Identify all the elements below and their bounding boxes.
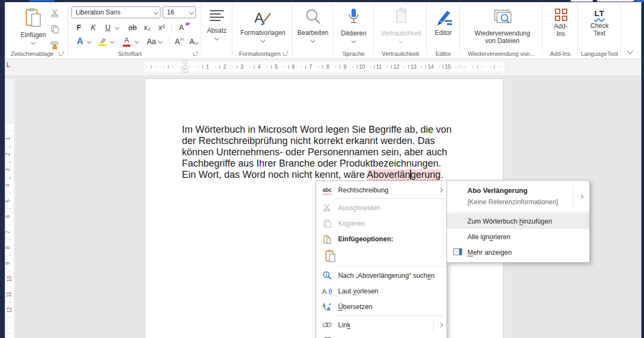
menu-item-translate[interactable]: äa Übersetzen xyxy=(316,299,447,314)
copy-button[interactable] xyxy=(50,25,60,36)
ruler-number: 12 xyxy=(392,63,400,70)
collapse-ribbon-button[interactable] xyxy=(624,47,636,55)
clipboard-paste-icon xyxy=(25,7,41,30)
menu-item-spelling[interactable]: abc Rechtschreibung xyxy=(316,183,447,197)
font-color-button[interactable]: A xyxy=(122,37,131,47)
menu-item-copy: Kopieren xyxy=(316,215,447,231)
ruler-number: 4 xyxy=(257,63,262,70)
line5-suffix: . xyxy=(441,169,443,180)
font-size-value: 16 xyxy=(167,9,174,16)
submenu-arrow-icon[interactable] xyxy=(573,185,589,208)
addins-button[interactable]: Add-Ins xyxy=(545,9,576,38)
link-icon xyxy=(321,321,333,328)
clipboard-icon xyxy=(321,234,333,244)
editor-button[interactable]: Editor xyxy=(428,8,458,37)
paste-button[interactable]: Einfügen xyxy=(16,7,50,44)
suggestion-item[interactable]: Abo Verlängerung [Keine Referenzinformat… xyxy=(447,183,589,211)
languagetool-lt-icon: LT xyxy=(594,9,604,18)
clipboard-group-label: Zwischenablage xyxy=(4,51,60,57)
menu-item-label: Laut vorlesen xyxy=(338,287,378,295)
subscript-button[interactable]: x₂ xyxy=(142,21,152,33)
addins-button-label: Add-Ins xyxy=(552,23,570,38)
italic-button[interactable]: K xyxy=(89,21,98,33)
menu-item-label: Ausschneiden xyxy=(338,204,380,212)
menu-item-label: Kopieren xyxy=(338,220,365,227)
right-indent-marker[interactable] xyxy=(457,64,463,69)
menu-item-label: Mehr anzeigen xyxy=(467,249,512,256)
tab-selector[interactable]: L xyxy=(6,61,10,69)
cut-button[interactable] xyxy=(50,9,60,20)
editing-button-label: Bearbeiten xyxy=(297,29,328,37)
change-case-button[interactable]: Aa xyxy=(147,35,156,47)
clipboard-dialog-launcher-icon[interactable] xyxy=(59,51,64,56)
vertical-ruler-band: 123456789101112 xyxy=(5,123,14,338)
editor-pen-icon xyxy=(434,8,453,27)
grow-font-button[interactable]: A xyxy=(174,35,184,47)
sensitivity-button-label: Vertraulichkeit xyxy=(380,30,421,37)
titlebar-button xyxy=(570,0,593,2)
ruler-number: 4 xyxy=(5,184,11,187)
titlebar-button xyxy=(597,0,634,2)
line5-prefix: Ein Wort, das Word noch nicht kennt, wär… xyxy=(182,169,367,180)
document-line: Ein Wort, das Word noch nicht kennt, wär… xyxy=(182,169,452,181)
dictate-button[interactable]: Diktieren xyxy=(336,8,371,42)
ruler-number: 11 xyxy=(6,292,12,297)
highlight-color-button[interactable] xyxy=(99,37,107,46)
ruler-number: 2 xyxy=(222,63,228,70)
document-line: Im Wörterbuch in Microsoft Word legen Si… xyxy=(182,124,452,135)
paragraph-button-label: Absatz xyxy=(207,27,227,34)
window-top-edge xyxy=(0,0,644,2)
paste-options-row xyxy=(316,247,447,265)
menu-item-add-to-dictionary[interactable]: Zum Wörterbuch hinzufügen xyxy=(447,213,589,229)
text-effects-button[interactable]: A xyxy=(75,35,85,47)
font-dialog-launcher-icon[interactable] xyxy=(193,51,199,56)
menu-item-label: Übersetzen xyxy=(338,303,372,311)
eraser-icon xyxy=(185,23,190,25)
font-name-combobox[interactable]: Liberation Sans xyxy=(71,6,160,18)
menu-item-read-aloud[interactable]: A Laut vorlesen xyxy=(316,283,447,299)
strikethrough-button[interactable]: ab xyxy=(128,21,137,33)
font-color-swatch xyxy=(123,45,130,47)
reuse-files-icon xyxy=(491,9,514,28)
paste-keep-source-button[interactable] xyxy=(322,247,339,264)
superscript-button[interactable]: x² xyxy=(157,21,166,33)
chevron-down-icon xyxy=(115,25,119,30)
check-text-button[interactable]: LT Check Text xyxy=(581,9,618,37)
indent-marker[interactable] xyxy=(182,61,188,72)
shrink-font-button[interactable]: A xyxy=(189,35,199,47)
translate-icon: äa xyxy=(321,303,333,311)
menu-item-link[interactable]: Link xyxy=(316,317,447,333)
document-line: können Unternehmens- oder Personennamen … xyxy=(182,147,452,158)
underline-button[interactable]: U xyxy=(103,21,113,33)
styles-group-label: Formatvorlagen xyxy=(235,51,284,57)
editing-button[interactable]: Bearbeiten xyxy=(295,8,331,42)
menu-item-search[interactable]: Nach „Aboverlängerung“ suchen xyxy=(316,268,447,283)
clear-formatting-button[interactable]: A xyxy=(177,21,186,33)
chevron-down-icon xyxy=(31,40,35,45)
reuse-group-label: Wiederverwendung von... xyxy=(460,51,542,57)
chevron-down-icon xyxy=(261,38,265,42)
magnifier-icon xyxy=(304,8,322,27)
paragraph-button[interactable]: Absatz xyxy=(203,9,231,40)
font-size-combobox[interactable]: 16 xyxy=(163,6,196,18)
styles-button-label: Formatvorlagen xyxy=(240,29,286,37)
ruler-number: 2 xyxy=(5,153,11,156)
chevron-down-icon xyxy=(399,39,403,43)
chevron-down-icon xyxy=(194,40,199,45)
ruler-number: 1 xyxy=(5,137,11,140)
horizontal-ruler: L 123456789101112131415 xyxy=(5,59,641,76)
ruler-number: 11 xyxy=(375,63,383,70)
menu-item-see-more[interactable]: Mehr anzeigen xyxy=(447,244,589,260)
addins-grid-icon xyxy=(555,9,567,21)
menu-item-label: Link xyxy=(338,321,350,329)
font-group-label: Schriftart xyxy=(73,51,187,57)
styles-button[interactable]: A Formatvorlagen xyxy=(235,8,291,42)
reuse-files-button[interactable]: Wiederverwendung von Dateien xyxy=(463,9,542,45)
bold-button[interactable]: F xyxy=(74,21,84,33)
misspelled-word[interactable]: Aboverlängerung xyxy=(367,169,441,180)
editor-pane-icon xyxy=(453,248,463,257)
menu-item-ignore-all[interactable]: Alle ignorieren xyxy=(447,229,589,244)
menu-item-new-comment[interactable]: Neuer Kommentar xyxy=(316,333,447,338)
styles-dialog-launcher-icon[interactable] xyxy=(283,51,289,56)
editor-button-label: Editor xyxy=(435,29,451,37)
